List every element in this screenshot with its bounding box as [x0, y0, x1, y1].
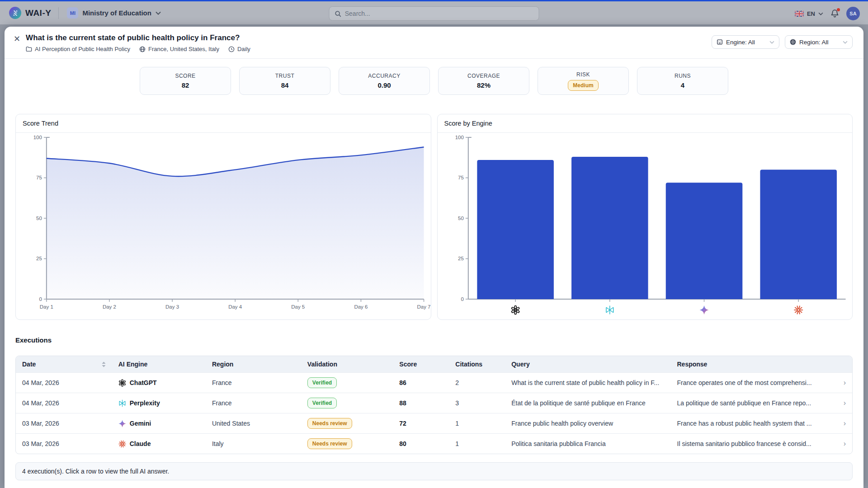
- column-expand: [823, 356, 852, 373]
- openai-icon: [118, 379, 126, 387]
- table-footer: 4 execution(s). Click a row to view the …: [15, 462, 853, 480]
- validation-badge: Needs review: [307, 438, 352, 449]
- cell-region: United States: [206, 413, 301, 434]
- workspace-name: Ministry of Education: [82, 9, 151, 17]
- column-query: Query: [505, 356, 670, 373]
- workspace-selector[interactable]: MI Ministry of Education: [67, 7, 161, 19]
- search-input[interactable]: [345, 10, 533, 17]
- validation-badge: Needs review: [307, 418, 352, 429]
- svg-text:Day 5: Day 5: [291, 304, 305, 310]
- cell-region: Italy: [206, 434, 301, 454]
- engine-name: Claude: [130, 440, 151, 447]
- metric-label: ACCURACY: [368, 73, 400, 79]
- risk-badge: Medium: [568, 80, 598, 91]
- modal-header: ✕ What is the current state of public he…: [5, 27, 863, 59]
- chevron-down-icon: [156, 11, 161, 15]
- chevron-right-icon[interactable]: ›: [823, 434, 852, 454]
- metric-risk: RISK Medium: [538, 67, 629, 95]
- svg-text:Day 3: Day 3: [165, 304, 179, 310]
- score-trend-chart: 0255075100Day 1Day 2Day 3Day 4Day 5Day 6…: [16, 133, 431, 319]
- executions-section: Executions Date AI Engine: [5, 336, 863, 480]
- close-icon[interactable]: ✕: [14, 35, 20, 43]
- metric-label: TRUST: [275, 73, 295, 79]
- openai-icon: [511, 306, 519, 314]
- svg-text:75: 75: [458, 175, 464, 180]
- perplexity-icon: [118, 399, 126, 407]
- sort-icon[interactable]: [102, 361, 106, 367]
- metric-accuracy: ACCURACY 0.90: [339, 67, 430, 95]
- bar-chart-svg: 0255075100: [438, 133, 853, 319]
- cell-region: France: [206, 393, 301, 413]
- cell-date: 04 Mar, 2026: [16, 393, 112, 413]
- bar-claude: [760, 170, 837, 299]
- chevron-down-icon: [818, 12, 823, 15]
- table-row[interactable]: 03 Mar, 2026 Gemini United States Needs …: [16, 413, 852, 434]
- metric-value: 82%: [477, 81, 491, 89]
- column-ai-engine: AI Engine: [112, 356, 206, 373]
- metric-runs: RUNS 4: [637, 67, 728, 95]
- topbar-right: EN SA: [795, 1, 860, 26]
- column-region: Region: [206, 356, 301, 373]
- table-row[interactable]: 03 Mar, 2026 Claude Italy Needs review 8…: [16, 434, 852, 454]
- cell-query: What is the current state of public heal…: [505, 373, 670, 393]
- search-icon: [335, 10, 341, 17]
- cell-query: France public health policy overview: [505, 413, 670, 434]
- cell-score: 80: [393, 434, 449, 454]
- brand: WAI-Y: [9, 7, 51, 19]
- cell-engine: Gemini: [112, 413, 206, 434]
- cell-response: La politique de santé publique en France…: [671, 393, 823, 413]
- chevron-right-icon[interactable]: ›: [823, 413, 852, 434]
- claude-icon: [119, 441, 126, 447]
- clock-icon: [228, 46, 235, 52]
- bar-perplexity: [571, 157, 648, 299]
- notification-dot: [837, 8, 840, 11]
- cell-date: 04 Mar, 2026: [16, 373, 112, 393]
- column-validation: Validation: [301, 356, 393, 373]
- column-citations: Citations: [449, 356, 505, 373]
- search-box[interactable]: [329, 6, 539, 21]
- openai-icon: [119, 379, 126, 386]
- column-date-label: Date: [22, 361, 36, 368]
- score-trend-title: Score Trend: [16, 114, 431, 133]
- cell-response: Il sistema sanitario pubblico francese è…: [671, 434, 823, 454]
- cell-score: 86: [393, 373, 449, 393]
- filters: Engine: All Region: All: [712, 35, 853, 49]
- notifications-button[interactable]: [830, 9, 839, 18]
- cell-response: France operates one of the most comprehe…: [671, 373, 823, 393]
- cell-engine: Claude: [112, 434, 206, 454]
- score-by-engine-title: Score by Engine: [438, 114, 853, 133]
- column-date[interactable]: Date: [16, 356, 112, 373]
- brand-name: WAI-Y: [25, 8, 51, 18]
- perplexity-icon: [606, 306, 613, 314]
- cell-citations: 1: [449, 413, 505, 434]
- svg-text:100: 100: [455, 135, 463, 140]
- cell-citations: 2: [449, 373, 505, 393]
- question-block: What is the current state of public heal…: [26, 33, 250, 52]
- metric-label: SCORE: [175, 73, 195, 79]
- user-avatar[interactable]: SA: [846, 7, 860, 20]
- language-selector[interactable]: EN: [795, 10, 823, 17]
- table-header-row: Date AI Engine Region Validation Score C…: [16, 356, 852, 373]
- score-by-engine-chart: 0255075100: [438, 133, 853, 319]
- chevron-down-icon: [843, 41, 848, 44]
- column-response: Response: [671, 356, 823, 373]
- metric-label: RUNS: [675, 73, 691, 79]
- chevron-right-icon[interactable]: ›: [823, 393, 852, 413]
- engine-filter-label: Engine: All: [726, 39, 755, 46]
- cell-score: 72: [393, 413, 449, 434]
- chevron-right-icon[interactable]: ›: [823, 373, 852, 393]
- svg-text:0: 0: [461, 296, 463, 302]
- line-chart-svg: 0255075100Day 1Day 2Day 3Day 4Day 5Day 6…: [16, 133, 431, 319]
- globe-icon: [139, 46, 146, 52]
- metric-value: 84: [281, 81, 289, 89]
- table-row[interactable]: 04 Mar, 2026 ChatGPT France Verified 86 …: [16, 373, 852, 393]
- engine-filter[interactable]: Engine: All: [712, 35, 779, 49]
- cell-engine: Perplexity: [112, 393, 206, 413]
- metric-label: RISK: [576, 71, 590, 78]
- engine-name: Perplexity: [130, 399, 160, 407]
- region-filter[interactable]: Region: All: [785, 35, 853, 49]
- svg-text:0: 0: [39, 296, 42, 302]
- table-row[interactable]: 04 Mar, 2026 Perplexity France Verified …: [16, 393, 852, 413]
- svg-text:Day 2: Day 2: [103, 304, 116, 310]
- gemini-icon: [699, 305, 708, 314]
